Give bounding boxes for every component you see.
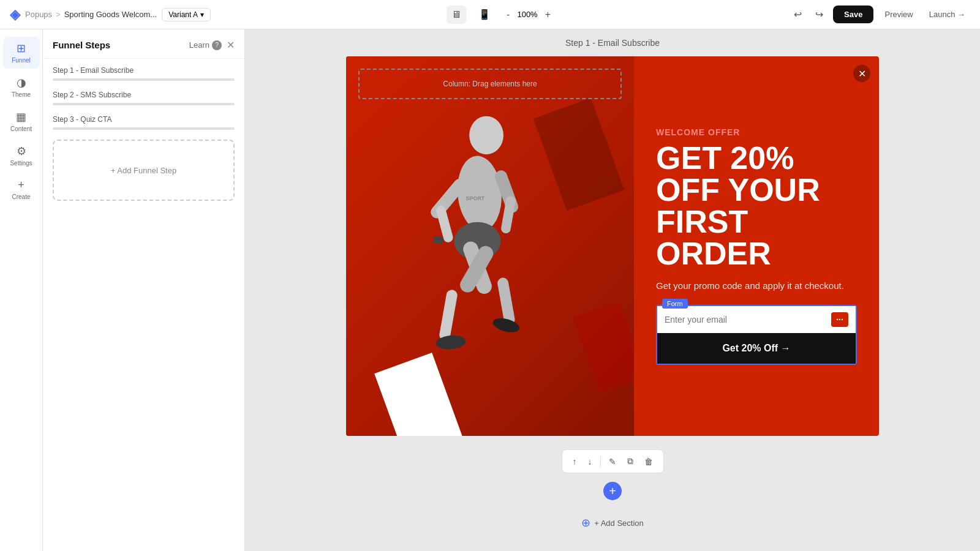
step-2-thumbnail[interactable]: RECEIVE YOUR CODE VIA SMS Enter your num… xyxy=(53,103,235,105)
learn-button[interactable]: Learn ? xyxy=(189,40,222,50)
create-icon: + xyxy=(18,179,24,192)
funnel-header-right: Learn ? ✕ xyxy=(189,39,235,51)
headline-line2: FIRST ORDER xyxy=(656,204,771,271)
delete-button[interactable]: 🗑 xyxy=(640,454,657,469)
main-layout: ⊞ Funnel ◑ Theme ▦ Content ⚙ Settings + … xyxy=(0,29,980,551)
mobile-device-button[interactable]: 📱 xyxy=(473,5,496,24)
chevron-down-icon: ▾ xyxy=(200,10,204,19)
redo-button[interactable]: ↪ xyxy=(812,6,827,23)
add-element-container: + xyxy=(603,482,622,500)
svg-point-0 xyxy=(469,116,503,154)
step-2-label: Step 2 - SMS Subscribe xyxy=(53,91,235,99)
funnel-panel-header: Funnel Steps Learn ? ✕ xyxy=(43,29,244,59)
sidebar-item-label: Content xyxy=(10,126,32,132)
popup-right-panel: WELCOME OFFER GET 20% OFF YOUR FIRST ORD… xyxy=(634,56,879,436)
toolbar-divider-1 xyxy=(600,456,601,467)
learn-label: Learn xyxy=(189,40,209,50)
step-1-label: Step 1 - Email Subscribe xyxy=(53,66,235,75)
funnel-icon: ⊞ xyxy=(17,42,26,55)
topbar: ◈ Popups > Sporting Goods Welcom... Vari… xyxy=(0,0,980,29)
sidebar-item-funnel[interactable]: ⊞ Funnel xyxy=(3,37,40,69)
zoom-level: 100% xyxy=(517,10,537,19)
down-arrow-icon: ↓ xyxy=(588,457,592,467)
breadcrumb: Popups > Sporting Goods Welcom... xyxy=(25,10,157,19)
funnel-step-2: Step 2 - SMS Subscribe RECEIVE YOUR CODE… xyxy=(53,91,235,105)
funnel-panel-close-button[interactable]: ✕ xyxy=(227,39,235,51)
svg-rect-9 xyxy=(439,289,458,342)
sidebar-item-content[interactable]: ▦ Content xyxy=(3,105,40,137)
topbar-left: ◈ Popups > Sporting Goods Welcom... Vari… xyxy=(10,7,211,23)
move-up-button[interactable]: ↑ xyxy=(568,454,581,469)
add-funnel-step-button[interactable]: + Add Funnel Step xyxy=(53,140,235,201)
form-container: Form ··· Get 20% Off → xyxy=(656,305,857,365)
breadcrumb-separator: > xyxy=(56,10,61,19)
cta-button[interactable]: Get 20% Off → xyxy=(657,333,856,364)
svg-rect-13 xyxy=(434,236,443,243)
variant-label: Variant A xyxy=(168,10,198,19)
add-section-icon: ⊕ xyxy=(581,516,590,530)
svg-rect-5 xyxy=(500,195,516,234)
help-icon: ? xyxy=(212,40,222,50)
headline-line1: GET 20% OFF YOUR xyxy=(656,140,820,208)
up-arrow-icon: ↑ xyxy=(573,457,577,467)
zoom-in-button[interactable]: + xyxy=(541,8,554,21)
launch-button[interactable]: Launch → xyxy=(924,7,970,21)
edit-button[interactable]: ✎ xyxy=(605,454,620,469)
email-row: ··· xyxy=(657,306,856,333)
sidebar-item-create[interactable]: + Create xyxy=(3,174,40,205)
runner-illustration: SPORT xyxy=(358,94,567,436)
form-badge: Form xyxy=(662,299,688,309)
popup-subtext: Get your promo code and apply it at chec… xyxy=(656,279,857,293)
breadcrumb-current: Sporting Goods Welcom... xyxy=(64,10,157,19)
step-3-label: Step 3 - Quiz CTA xyxy=(53,115,235,124)
popup-wrapper: ✕ Column: Drag elements here xyxy=(346,56,879,539)
email-input[interactable] xyxy=(665,315,826,324)
sidebar-item-label: Funnel xyxy=(12,57,31,64)
element-toolbar: ↑ ↓ ✎ ⧉ 🗑 xyxy=(562,449,664,473)
preview-button[interactable]: Preview xyxy=(880,7,918,21)
canvas-step-title: Step 1 - Email Subscribe xyxy=(565,38,660,48)
left-nav: ⊞ Funnel ◑ Theme ▦ Content ⚙ Settings + … xyxy=(0,29,43,551)
breadcrumb-root[interactable]: Popups xyxy=(25,10,52,19)
canvas-scroll: ✕ Column: Drag elements here xyxy=(245,56,980,551)
funnel-step-1: Step 1 - Email Subscribe WELCOME OFFER G… xyxy=(53,66,235,81)
sidebar-item-theme[interactable]: ◑ Theme xyxy=(3,71,40,103)
zoom-out-button[interactable]: - xyxy=(503,8,513,21)
svg-text:SPORT: SPORT xyxy=(466,195,485,201)
canvas-area: Step 1 - Email Subscribe ✕ Column: Drag … xyxy=(245,29,980,551)
step-1-thumbnail[interactable]: WELCOME OFFER GET 20% OFF YOUR FIRST ORD… xyxy=(53,78,235,81)
step-3-thumbnail[interactable]: WHAT ARE YOU SHOPPING FOR? Recommend the… xyxy=(53,127,235,130)
popup-left-panel: Column: Drag elements here xyxy=(346,56,634,436)
cta-label: Get 20% Off → xyxy=(722,343,790,354)
canvas-header: Step 1 - Email Subscribe xyxy=(245,29,980,56)
topbar-right: ↩ ↪ Save Preview Launch → xyxy=(790,6,970,23)
popup-container: ✕ Column: Drag elements here xyxy=(346,56,879,436)
add-step-label: + Add Funnel Step xyxy=(111,166,176,175)
undo-button[interactable]: ↩ xyxy=(790,6,805,23)
variant-selector[interactable]: Variant A ▾ xyxy=(162,8,211,21)
add-element-button[interactable]: + xyxy=(603,482,622,500)
funnel-panel: Funnel Steps Learn ? ✕ Step 1 - Email Su… xyxy=(43,29,245,551)
welcome-offer-label: WELCOME OFFER xyxy=(656,127,857,137)
duplicate-button[interactable]: ⧉ xyxy=(623,454,638,469)
funnel-step-3: Step 3 - Quiz CTA WHAT ARE YOU SHOPPING … xyxy=(53,115,235,130)
desktop-device-button[interactable]: 🖥 xyxy=(447,6,466,24)
column-drag-label: Column: Drag elements here xyxy=(443,80,537,88)
save-button[interactable]: Save xyxy=(833,6,873,23)
app-logo: ◈ xyxy=(10,7,20,23)
sidebar-item-label: Settings xyxy=(10,160,32,167)
topbar-center: 🖥 📱 - 100% + xyxy=(447,5,554,24)
content-icon: ▦ xyxy=(16,110,26,124)
sidebar-item-label: Theme xyxy=(12,91,31,98)
sidebar-item-label: Create xyxy=(12,193,30,200)
add-section-label: + Add Section xyxy=(594,519,644,528)
move-down-button[interactable]: ↓ xyxy=(584,454,597,469)
zoom-controls: - 100% + xyxy=(503,8,554,21)
svg-point-1 xyxy=(454,154,505,233)
popup-close-button[interactable]: ✕ xyxy=(853,65,870,82)
sidebar-item-settings[interactable]: ⚙ Settings xyxy=(3,140,40,171)
email-options-button[interactable]: ··· xyxy=(831,312,848,327)
column-drag-zone[interactable]: Column: Drag elements here xyxy=(358,69,622,99)
add-section-bar[interactable]: ⊕ + Add Section xyxy=(571,506,654,539)
trash-icon: 🗑 xyxy=(644,457,653,467)
